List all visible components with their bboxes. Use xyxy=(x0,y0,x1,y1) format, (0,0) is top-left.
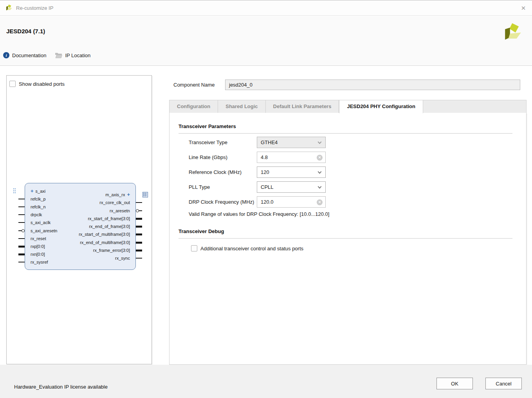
input-drp-clock-frequency-mhz[interactable]: 120.0✕ xyxy=(257,196,326,208)
tab-default-link-parameters[interactable]: Default Link Parameters xyxy=(266,100,339,113)
clear-icon[interactable]: ✕ xyxy=(317,199,323,205)
port-label: rx_start_of_frame[3:0] xyxy=(88,216,130,221)
ip-location-label: IP Location xyxy=(65,52,90,58)
wire-pin-stub xyxy=(18,262,25,262)
port-label: rx_sync xyxy=(115,256,130,261)
active-low-ring-icon xyxy=(22,229,25,232)
port-label: rx_end_of_multiframe[3:0] xyxy=(80,240,130,245)
bus-pin-stub xyxy=(18,246,25,248)
clear-icon[interactable]: ✕ xyxy=(317,155,323,161)
form-rows: Transceiver TypeGTHE4Line Rate (Gbps)4.8… xyxy=(179,137,512,208)
header-toolbar: i Documentation IP Location xyxy=(3,52,90,58)
port-rx-sync: rx_sync xyxy=(25,255,135,261)
info-icon: i xyxy=(3,52,9,58)
bus-pin-stub xyxy=(136,218,142,220)
field-label: PLL Type xyxy=(189,184,257,190)
additional-ports-checkbox[interactable] xyxy=(191,245,197,251)
port-m-axis-rx: m_axis_rx+ xyxy=(25,192,135,197)
show-disabled-ports-checkbox[interactable] xyxy=(9,81,16,87)
select-pll-type[interactable]: CPLL xyxy=(257,181,326,193)
form-row-line-rate-gbps: Line Rate (Gbps)4.8✕ xyxy=(179,152,512,163)
interface-grip-icon xyxy=(13,188,16,194)
tab-shared-logic[interactable]: Shared Logic xyxy=(218,100,265,113)
xilinx-logo xyxy=(501,22,523,43)
tab-jesd204-phy-configuration[interactable]: JESD204 PHY Configuration xyxy=(339,100,423,113)
chevron-down-icon xyxy=(318,170,322,174)
dialog-header: JESD204 (7.1) i Documentation IP Locatio… xyxy=(0,16,532,66)
folder-icon xyxy=(55,52,62,58)
port-rx-end-of-multiframe-3-0: rx_end_of_multiframe[3:0] xyxy=(25,240,135,245)
port-rx-end-of-frame-3-0: rx_end_of_frame[3:0] xyxy=(25,224,135,229)
bus-pin-stub xyxy=(136,242,142,244)
axi-stream-interface-icon xyxy=(142,192,148,197)
select-value: 120 xyxy=(261,169,269,175)
ip-block-diagram: +s_axirefclk_prefclk_ndrpclks_axi_aclks_… xyxy=(25,183,136,270)
chevron-down-icon xyxy=(318,185,322,189)
input-value: 120.0 xyxy=(261,199,274,205)
bus-pin-stub xyxy=(136,226,142,228)
phy-configuration-panel: Transceiver Parameters Transceiver TypeG… xyxy=(169,113,527,365)
port-label: m_axis_rx xyxy=(105,192,125,197)
xilinx-logo-icon xyxy=(5,4,13,12)
wire-pin-stub xyxy=(18,206,25,207)
cancel-button[interactable]: Cancel xyxy=(485,378,522,389)
dialog-titlebar: Re-customize IP ✕ xyxy=(0,0,532,16)
ok-button[interactable]: OK xyxy=(436,378,473,389)
reset-pin-stub xyxy=(139,210,142,211)
expand-interface-icon[interactable]: + xyxy=(127,193,130,197)
form-row-drp-clock-frequency-mhz: DRP Clock Frequency (MHz)120.0✕ xyxy=(179,196,512,208)
select-reference-clock-mhz[interactable]: 120 xyxy=(257,166,326,178)
select-value: GTHE4 xyxy=(261,139,278,145)
dialog-footer: Hardware_Evaluation IP license available… xyxy=(0,365,532,398)
active-low-ring-icon xyxy=(136,209,139,212)
port-label: rx_end_of_frame[3:0] xyxy=(89,224,130,229)
additional-ports-row: Additional transceiver control and statu… xyxy=(191,245,512,251)
wire-pin-stub xyxy=(136,202,142,203)
field-label: Line Rate (Gbps) xyxy=(189,154,257,160)
port-label: rx_aresetn xyxy=(110,208,130,213)
ip-location-button[interactable]: IP Location xyxy=(55,52,90,58)
component-name-label: Component Name xyxy=(173,82,215,88)
additional-ports-label: Additional transceiver control and statu… xyxy=(200,246,303,251)
tab-configuration[interactable]: Configuration xyxy=(170,100,218,113)
chevron-down-icon xyxy=(318,140,322,144)
transceiver-debug-title: Transceiver Debug xyxy=(179,228,512,235)
form-row-transceiver-type: Transceiver TypeGTHE4 xyxy=(179,137,512,148)
show-disabled-ports-label: Show disabled ports xyxy=(19,81,65,87)
documentation-label: Documentation xyxy=(12,52,46,58)
tab-strip: ConfigurationShared LogicDefault Link Pa… xyxy=(169,100,527,113)
transceiver-parameters-title: Transceiver Parameters xyxy=(179,123,512,130)
bus-pin-stub xyxy=(18,253,25,255)
documentation-button[interactable]: i Documentation xyxy=(3,52,46,58)
drp-valid-range-note: Valid Range of values for DRP Clock Freq… xyxy=(189,211,512,217)
port-rx-core-clk-out: rx_core_clk_out xyxy=(25,200,135,205)
select-value: CPLL xyxy=(261,184,274,190)
field-label: DRP Clock Frequency (MHz) xyxy=(189,199,257,205)
field-label: Transceiver Type xyxy=(189,139,257,145)
port-rx-start-of-frame-3-0: rx_start_of_frame[3:0] xyxy=(25,216,135,221)
wire-pin-stub xyxy=(18,214,25,215)
section-divider xyxy=(179,238,512,239)
input-value: 4.8 xyxy=(261,154,268,160)
input-line-rate-gbps[interactable]: 4.8✕ xyxy=(257,152,326,163)
show-disabled-ports-row: Show disabled ports xyxy=(9,81,65,87)
dialog-title: Re-customize IP xyxy=(16,5,53,11)
port-rx-start-of-multiframe-3-0: rx_start_of_multiframe[3:0] xyxy=(25,232,135,237)
close-icon[interactable]: ✕ xyxy=(519,4,528,13)
form-row-pll-type: PLL TypeCPLL xyxy=(179,181,512,193)
page-title: JESD204 (7.1) xyxy=(6,28,45,34)
select-transceiver-type: GTHE4 xyxy=(257,137,326,148)
wire-pin-stub xyxy=(136,258,142,259)
bus-pin-stub xyxy=(136,250,142,251)
port-rx-aresetn: rx_aresetn xyxy=(25,208,135,213)
ip-symbol-panel: Show disabled ports +s_axirefclk_prefclk… xyxy=(6,75,152,364)
wire-pin-stub xyxy=(18,222,25,223)
section-divider xyxy=(179,133,512,134)
wire-pin-stub xyxy=(18,238,25,239)
port-label: rx_start_of_multiframe[3:0] xyxy=(79,232,130,237)
bus-pin-stub xyxy=(136,233,142,235)
form-row-reference-clock-mhz: Reference Clock (MHz)120 xyxy=(179,166,512,178)
port-label: rx_core_clk_out xyxy=(99,200,130,205)
component-name-field[interactable]: jesd204_0 xyxy=(225,80,520,90)
field-label: Reference Clock (MHz) xyxy=(189,169,257,175)
